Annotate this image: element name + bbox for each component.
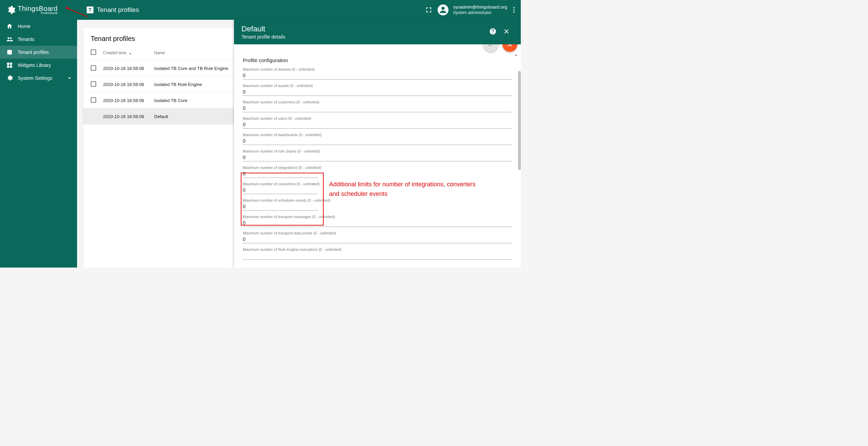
- field-label: Maximum number of transport data points …: [243, 231, 512, 235]
- field-label: Maximum number of devices (0 - unlimited…: [243, 67, 512, 71]
- user-avatar[interactable]: [436, 3, 451, 17]
- field-label: Maximum number of rule chains (0 - unlim…: [243, 149, 512, 153]
- close-icon: [506, 44, 514, 48]
- user-meta: sysadmin@thingsboard.org System administ…: [451, 4, 507, 15]
- config-field: Maximum number of customers (0 - unlimit…: [243, 100, 512, 112]
- svg-rect-5: [7, 50, 12, 54]
- field-input[interactable]: [243, 105, 512, 112]
- row-checkbox[interactable]: [91, 81, 96, 87]
- help-button[interactable]: [486, 25, 500, 38]
- sidebar-item-label: Widgets Library: [18, 62, 51, 68]
- drawer-body: Profile configuration Maximum number of …: [234, 44, 521, 268]
- sidebar-item-home[interactable]: Home: [0, 20, 77, 33]
- field-input[interactable]: [243, 203, 318, 211]
- sidebar-item-label: Home: [18, 24, 30, 29]
- check-icon: [487, 44, 495, 48]
- cancel-fab[interactable]: [502, 44, 517, 52]
- brand-logo[interactable]: ThingsBoard Professional: [0, 0, 77, 20]
- sidebar-item-label: Tenants: [18, 37, 34, 42]
- field-label: Maximum number of Rule Engine executions…: [243, 247, 512, 251]
- config-field: Maximum number of integrations (0 - unli…: [243, 166, 512, 178]
- chevron-up-icon[interactable]: [513, 52, 519, 59]
- brand-edition: Professional: [18, 11, 58, 15]
- close-icon: [503, 28, 510, 35]
- col-header-created[interactable]: Created time: [103, 51, 154, 55]
- row-checkbox[interactable]: [91, 97, 96, 103]
- sidebar-item-label: Tenant profiles: [18, 49, 49, 55]
- config-field: Maximum number of dashboards (0 - unlimi…: [243, 133, 512, 145]
- user-role: System administrator: [453, 10, 507, 15]
- field-input[interactable]: [243, 170, 318, 178]
- svg-point-2: [513, 12, 515, 13]
- help-icon: [489, 28, 497, 35]
- field-input[interactable]: [243, 187, 318, 194]
- apply-fab: [483, 44, 498, 52]
- svg-rect-8: [7, 66, 10, 68]
- sidebar-item-system-settings[interactable]: System Settings: [0, 72, 77, 85]
- field-input[interactable]: [243, 138, 512, 145]
- brand-name: ThingsBoard: [18, 5, 58, 12]
- gear-icon: [6, 75, 13, 82]
- details-drawer: Default Tenant profile details Profile c…: [234, 20, 521, 268]
- section-title: Profile configuration: [243, 57, 512, 63]
- select-all-checkbox[interactable]: [91, 49, 96, 55]
- page-title-wrap: T Tenant profiles: [87, 6, 139, 14]
- sidebar: Home Tenants Tenant profiles Widgets Lib…: [0, 20, 77, 268]
- field-input[interactable]: [243, 88, 512, 96]
- chevron-down-icon: [66, 75, 73, 82]
- close-drawer-button[interactable]: [500, 25, 513, 38]
- config-field: Maximum number of devices (0 - unlimited…: [243, 67, 512, 80]
- cell-created: 2020-10-16 16:56:06: [103, 66, 154, 71]
- badge-icon: [6, 49, 13, 56]
- field-input[interactable]: [243, 236, 512, 243]
- row-checkbox[interactable]: [91, 65, 96, 71]
- field-input[interactable]: [243, 252, 512, 260]
- field-input[interactable]: [243, 72, 512, 80]
- field-input[interactable]: [243, 219, 512, 227]
- sidebar-item-tenant-profiles[interactable]: Tenant profiles: [0, 46, 77, 59]
- user-email: sysadmin@thingsboard.org: [453, 4, 507, 10]
- drawer-subtitle: Tenant profile details: [241, 34, 486, 40]
- config-field: Maximum number of rule chains (0 - unlim…: [243, 149, 512, 161]
- svg-point-1: [513, 9, 515, 11]
- field-label: Maximum number of assets (0 - unlimited): [243, 84, 512, 88]
- sidebar-item-tenants[interactable]: Tenants: [0, 33, 77, 46]
- sort-desc-icon: [128, 51, 133, 55]
- cell-created: 2020-10-16 16:56:06: [103, 114, 154, 119]
- home-icon: [6, 23, 13, 30]
- field-label: Maximum number of users (0 - unlimited): [243, 116, 512, 120]
- sidebar-item-label: System Settings: [18, 75, 52, 81]
- config-field: Maximum number of users (0 - unlimited): [243, 116, 512, 129]
- sidebar-item-widgets[interactable]: Widgets Library: [0, 59, 77, 72]
- fullscreen-icon: [425, 6, 432, 14]
- fullscreen-button[interactable]: [422, 3, 436, 17]
- kebab-menu-button[interactable]: [507, 3, 521, 17]
- config-field: Maximum number of assets (0 - unlimited): [243, 84, 512, 96]
- cell-created: 2020-10-16 16:56:06: [103, 82, 154, 87]
- config-field: Maximum number of transport messages (0 …: [243, 215, 512, 227]
- field-label: Maximum number of customers (0 - unlimit…: [243, 100, 512, 104]
- topbar: ThingsBoard Professional T Tenant profil…: [0, 0, 521, 20]
- svg-rect-7: [10, 63, 12, 65]
- field-input[interactable]: [243, 154, 512, 161]
- svg-rect-9: [10, 66, 12, 68]
- page-title-icon: T: [87, 6, 93, 13]
- kebab-icon: [510, 6, 518, 14]
- grid-icon: [6, 62, 13, 69]
- drawer-title: Default: [241, 25, 486, 33]
- field-label: Maximum number of converters (0 - unlimi…: [243, 182, 512, 186]
- person-icon: [438, 5, 448, 15]
- config-field: Maximum number of Rule Engine executions…: [243, 247, 512, 260]
- field-label: Maximum number of transport messages (0 …: [243, 215, 512, 219]
- scrollbar-thumb[interactable]: [518, 71, 521, 170]
- gear-leaf-icon: [6, 5, 16, 15]
- drawer-header: Default Tenant profile details: [234, 20, 521, 44]
- field-input[interactable]: [243, 121, 512, 129]
- cell-created: 2020-10-16 16:56:06: [103, 98, 154, 103]
- svg-rect-6: [7, 63, 10, 65]
- people-icon: [6, 36, 13, 43]
- config-field: Maximum number of converters (0 - unlimi…: [243, 182, 512, 194]
- config-field: Maximum number of scheduler events (0 - …: [243, 198, 512, 211]
- config-field: Maximum number of transport data points …: [243, 231, 512, 243]
- field-label: Maximum number of scheduler events (0 - …: [243, 198, 512, 202]
